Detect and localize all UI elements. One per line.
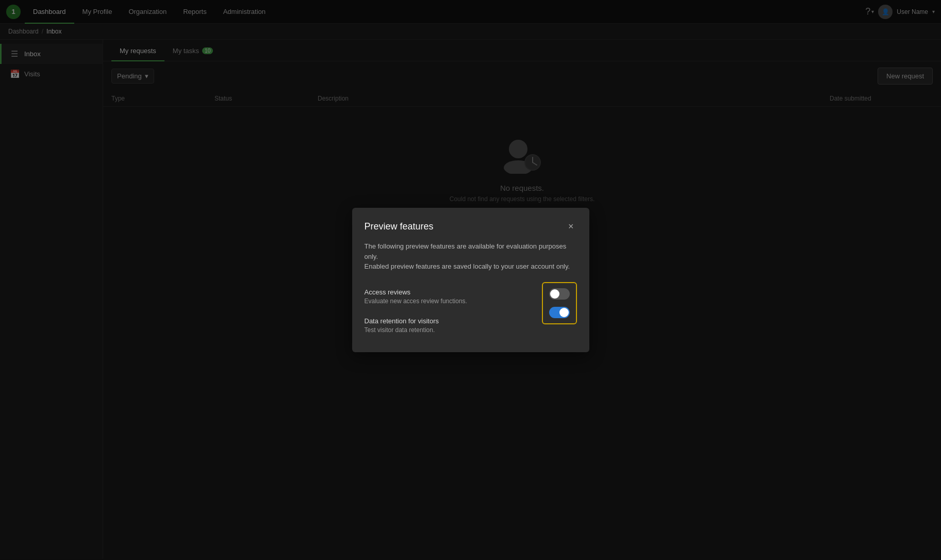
modal-header: Preview features ×: [365, 220, 577, 233]
data-retention-toggle-wrapper: [549, 307, 570, 318]
feature-data-retention-name: Data retention for visitors: [365, 317, 439, 325]
feature-data-retention: Data retention for visitors Test visitor…: [365, 311, 542, 340]
modal-close-button[interactable]: ×: [565, 220, 577, 233]
feature-access-reviews-name: Access reviews: [365, 288, 467, 296]
access-reviews-toggle[interactable]: [549, 288, 570, 300]
data-retention-toggle-knob: [559, 308, 569, 317]
preview-features-modal: Preview features × The following preview…: [352, 208, 589, 352]
feature-data-retention-desc: Test visitor data retention.: [365, 326, 439, 334]
modal-overlay: Preview features × The following preview…: [0, 0, 941, 560]
access-reviews-toggle-wrapper: [549, 288, 570, 300]
access-reviews-toggle-knob: [550, 289, 559, 299]
modal-description: The following preview features are avail…: [365, 241, 577, 272]
feature-access-reviews: Access reviews Evaluate new acces review…: [365, 282, 542, 311]
data-retention-toggle[interactable]: [549, 307, 570, 318]
toggles-container: [542, 282, 577, 324]
modal-features-area: Access reviews Evaluate new acces review…: [365, 282, 577, 340]
feature-access-reviews-desc: Evaluate new acces review functions.: [365, 298, 467, 305]
modal-title: Preview features: [365, 221, 434, 232]
features-list: Access reviews Evaluate new acces review…: [365, 282, 542, 340]
